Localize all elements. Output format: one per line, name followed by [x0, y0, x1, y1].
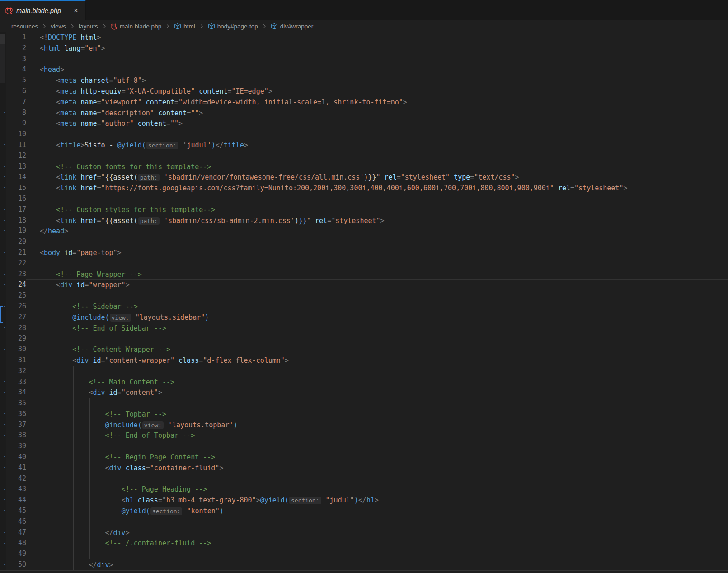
line-number[interactable]: 14 — [6, 172, 26, 183]
code-line[interactable] — [26, 290, 728, 301]
line-number[interactable]: 36 — [6, 409, 26, 420]
line-number[interactable]: 4 — [6, 64, 26, 75]
line-number[interactable]: 41 — [6, 463, 26, 474]
line-number[interactable]: 24 — [6, 279, 26, 290]
code-line[interactable] — [26, 151, 728, 161]
code-line[interactable]: <html lang="en"> — [26, 43, 728, 54]
line-number[interactable]: 32 — [6, 366, 26, 377]
code-line[interactable] — [26, 441, 728, 452]
line-number[interactable]: 50 — [6, 559, 26, 570]
code-editor[interactable]: 1234567891011121314151617181920212223242… — [0, 32, 728, 570]
code-line[interactable]: <!-- End of Sidebar --> — [26, 323, 728, 334]
line-number[interactable]: 29 — [6, 333, 26, 344]
line-number[interactable]: 6 — [6, 86, 26, 97]
line-number[interactable]: 12 — [6, 151, 26, 161]
code-line[interactable]: <!-- Topbar --> — [26, 409, 728, 420]
code-line[interactable]: @include(view: 'layouts.topbar') — [26, 420, 728, 431]
line-number[interactable]: 13 — [6, 161, 26, 172]
code-line[interactable]: </div> — [26, 559, 728, 570]
code-line[interactable] — [26, 237, 728, 247]
code-line[interactable]: </div> — [26, 527, 728, 538]
line-number-gutter[interactable]: 1234567891011121314151617181920212223242… — [6, 32, 26, 570]
code-line[interactable]: @include(view: "layouts.sidebar") — [26, 312, 728, 323]
line-number[interactable]: 35 — [6, 398, 26, 409]
line-number[interactable]: 20 — [6, 237, 26, 247]
code-line[interactable]: <!-- Page Wrapper --> — [26, 269, 728, 280]
code-line[interactable]: <!-- Custom fonts for this template--> — [26, 161, 728, 172]
tab-main-blade-php[interactable]: main.blade.php × — [0, 0, 86, 20]
line-number[interactable]: 31 — [6, 355, 26, 366]
line-number[interactable]: 38 — [6, 430, 26, 441]
code-line[interactable]: <div id="content"> — [26, 387, 728, 398]
code-line[interactable]: </head> — [26, 226, 728, 237]
code-line[interactable]: <meta http-equiv="X-UA-Compatible" conte… — [26, 86, 728, 97]
code-line[interactable]: <!-- /.container-fluid --> — [26, 538, 728, 549]
line-number[interactable]: 44 — [6, 495, 26, 506]
code-line[interactable]: <div id="content-wrapper" class="d-flex … — [26, 355, 728, 366]
code-line[interactable]: <link href="{{asset(path: 'sbadmin/css/s… — [26, 215, 728, 226]
line-number[interactable]: 3 — [6, 54, 26, 65]
line-number[interactable]: 37 — [6, 420, 26, 431]
line-number[interactable]: 15 — [6, 183, 26, 194]
code-line[interactable]: <!-- Custom styles for this template--> — [26, 204, 728, 215]
line-number[interactable]: 7 — [6, 97, 26, 108]
line-number[interactable]: 26 — [6, 301, 26, 312]
line-number[interactable]: 9 — [6, 118, 26, 129]
breadcrumb-item-div-wrapper[interactable]: div#wrapper — [271, 23, 314, 30]
code-line[interactable] — [26, 366, 728, 377]
code-line[interactable]: <link href="https://fonts.googleapis.com… — [26, 183, 728, 194]
code-line[interactable]: <!DOCTYPE html> — [26, 32, 728, 43]
code-line[interactable] — [26, 398, 728, 409]
line-number[interactable]: 21 — [6, 247, 26, 258]
line-number[interactable]: 49 — [6, 549, 26, 559]
line-number[interactable]: 47 — [6, 527, 26, 538]
line-number[interactable]: 30 — [6, 344, 26, 355]
code-line[interactable]: <!-- Page Heading --> — [26, 484, 728, 495]
code-area[interactable]: <!DOCTYPE html><html lang="en"><head> <m… — [26, 32, 728, 570]
line-number[interactable]: 8 — [6, 108, 26, 118]
line-number[interactable]: 10 — [6, 129, 26, 140]
line-number[interactable]: 16 — [6, 194, 26, 204]
line-number[interactable]: 40 — [6, 452, 26, 463]
code-line[interactable]: <h1 class="h3 mb-4 text-gray-800">@yield… — [26, 495, 728, 506]
line-number[interactable]: 18 — [6, 215, 26, 226]
line-number[interactable]: 19 — [6, 226, 26, 237]
line-number[interactable]: 2 — [6, 43, 26, 54]
line-number[interactable]: 43 — [6, 484, 26, 495]
line-number[interactable]: 28 — [6, 323, 26, 334]
breadcrumb-item-main-blade-php[interactable]: main.blade.php — [111, 23, 161, 30]
code-line[interactable]: <meta name="author" content=""> — [26, 118, 728, 129]
code-line[interactable]: <div class="container-fluid"> — [26, 463, 728, 474]
line-number[interactable]: 1 — [6, 32, 26, 43]
code-line[interactable]: <link href="{{asset(path: 'sbadmin/vendo… — [26, 172, 728, 183]
code-line[interactable]: <!-- End of Topbar --> — [26, 430, 728, 441]
code-line[interactable] — [26, 333, 728, 344]
code-line[interactable] — [26, 549, 728, 559]
code-line[interactable] — [26, 258, 728, 269]
code-line[interactable]: <meta charset="utf-8"> — [26, 75, 728, 86]
line-number[interactable]: 34 — [6, 387, 26, 398]
code-line[interactable]: <head> — [26, 64, 728, 75]
breadcrumb-item-resources[interactable]: resources — [11, 23, 38, 30]
breadcrumb-item-body-page-top[interactable]: body#page-top — [208, 23, 258, 30]
line-number[interactable]: 42 — [6, 474, 26, 484]
line-number[interactable]: 27 — [6, 312, 26, 323]
breadcrumb-item-views[interactable]: views — [51, 23, 66, 30]
code-line[interactable]: <!-- Content Wrapper --> — [26, 344, 728, 355]
code-line[interactable] — [26, 194, 728, 204]
line-number[interactable]: 25 — [6, 290, 26, 301]
code-line[interactable]: <body id="page-top"> — [26, 247, 728, 258]
code-line[interactable]: <!-- Main Content --> — [26, 377, 728, 388]
close-icon[interactable]: × — [72, 6, 80, 15]
code-line[interactable]: <!-- Sidebar --> — [26, 301, 728, 312]
line-number[interactable]: 46 — [6, 516, 26, 527]
code-line[interactable] — [26, 54, 728, 65]
line-number[interactable]: 23 — [6, 269, 26, 280]
code-line[interactable]: @yield(section: "konten") — [26, 506, 728, 516]
line-number[interactable]: 5 — [6, 75, 26, 86]
code-line[interactable]: <title>Sisfo - @yield(section: 'judul')<… — [26, 140, 728, 151]
code-line[interactable]: <meta name="viewport" content="width=dev… — [26, 97, 728, 108]
code-line[interactable] — [26, 129, 728, 140]
line-number[interactable]: 39 — [6, 441, 26, 452]
code-line[interactable] — [26, 474, 728, 484]
